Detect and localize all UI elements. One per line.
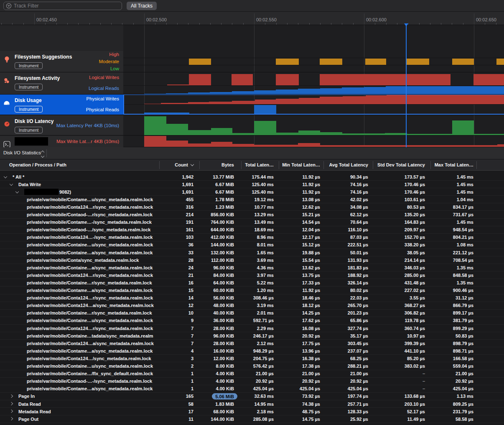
track-process-track[interactable]: Process19082Max Write Lat…r 4KB (10ms)Ma… — [0, 136, 123, 147]
track-graph-filesystem-activity[interactable] — [123, 72, 504, 95]
table-row[interactable]: private/var/mobile/Contame…a/sync_metada… — [0, 287, 504, 294]
column-header-max-total-laten-[interactable]: Max Total Laten… — [435, 162, 473, 167]
table-row[interactable]: private/var/mobile/Contaod-…r/sync_metad… — [0, 211, 504, 219]
data-bar — [320, 132, 342, 136]
table-row[interactable]: private/var/mobile/Containe…a/sync_metad… — [0, 249, 504, 256]
table-row[interactable]: private/var/mobile/Containe…r/sync_metad… — [0, 279, 504, 287]
ruler-gridline — [474, 13, 474, 25]
table-row[interactable]: private/var/mobile/Containe…r/sync_metad… — [0, 310, 504, 317]
row-label: Data Write — [18, 182, 41, 187]
column-header-operation-process-path[interactable]: Operation / Process / Path — [9, 162, 66, 167]
column-header-total-laten-[interactable]: Total Laten… — [245, 162, 274, 167]
column-header-count[interactable]: Count — [175, 162, 193, 167]
table-row[interactable]: * All *1,94213.77 MiB175.44 ms11.92 µs90… — [0, 173, 504, 181]
track-disk-usage[interactable]: Disk UsageInstrumentPhysical WritesPhysi… — [0, 95, 123, 115]
cell-bytes: 412.00 KiB — [211, 235, 234, 240]
table-row[interactable]: private/var/mobile/Containe…a/sync_metad… — [0, 264, 504, 271]
table-row[interactable]: private/var/mobile/Containe…u/sync_metad… — [0, 317, 504, 325]
table-row[interactable]: private/var/mobile/Conta124…/sync_metada… — [0, 355, 504, 362]
ruler-tick — [386, 23, 387, 25]
table-row[interactable]: private/var/mobile/Contaod-…/sync_metada… — [0, 226, 504, 234]
time-ruler[interactable]: 00:02.45000:02.50000:02.55000:02.60000:0… — [0, 12, 504, 25]
table-row[interactable]: private/var/mobile/Conta124…r/sync_metad… — [0, 325, 504, 332]
table-row[interactable]: private/var/mobile/Contaod-…-/sync_metad… — [0, 378, 504, 385]
table-row[interactable]: private/var/mobile/Contame…a/sync_metada… — [0, 347, 504, 355]
table-row[interactable]: private/var/mobile/Containe…/flx_sync_de… — [0, 370, 504, 378]
table-row[interactable]: private/var/mobile/Conta124…a/sync_metad… — [0, 340, 504, 347]
table-row[interactable]: private/var/mobile/Contame…-/sync_metada… — [0, 219, 504, 226]
disclosure-closed-icon[interactable] — [10, 402, 13, 405]
cell-std-dev-total-latency: – — [423, 371, 425, 376]
table-row[interactable]: private/var/mobile/Conta/sync_metadata.r… — [0, 256, 504, 264]
table-row[interactable]: private/var/mobile/Conta124…a/sync_metad… — [0, 302, 504, 310]
data-bar — [299, 98, 320, 104]
table-row[interactable]: private/var/mobile/Conta124…r/sync_metad… — [0, 203, 504, 211]
cell-max-total-latency: 1.45 ms — [457, 189, 473, 195]
table-row[interactable]: 9082)1,6916.67 MiB125.40 ms11.92 µs74.16… — [0, 188, 504, 196]
column-header-std-dev-total-latency[interactable]: Std Dev Total Latency — [377, 162, 425, 167]
track-graph-filesystem-suggestions[interactable] — [123, 51, 504, 72]
cell-std-dev-total-latency: 209.97 µs — [405, 227, 425, 232]
track-filter-input[interactable] — [3, 2, 122, 10]
track-filesystem-activity[interactable]: Filesystem ActivityInstrumentLogical Wri… — [0, 72, 123, 95]
cell-count: 455 — [186, 197, 193, 202]
data-bar — [161, 103, 188, 104]
track-graph-process-track[interactable] — [123, 136, 504, 147]
redacted-process-name — [24, 189, 59, 195]
table-row[interactable]: Data Read581.83 MiB14.95 ms74.38 µs257.7… — [0, 400, 504, 408]
data-bar — [496, 59, 504, 65]
table-row[interactable]: Page In1655.06 MiB32.63 ms73.92 µs197.74… — [0, 393, 504, 400]
data-bar — [276, 133, 298, 136]
row-label: Data Read — [18, 402, 41, 407]
table-row[interactable]: private/var/mobile/Conta124…r/sync_metad… — [0, 271, 504, 279]
cell-avg-total-latency: 34.08 µs — [350, 205, 368, 210]
track-filesystem-suggestions[interactable]: Filesystem SuggestionsInstrumentHighMode… — [0, 51, 123, 72]
table-row[interactable]: Metadata Read1768.00 KiB2.18 ms48.75 µs1… — [0, 408, 504, 415]
cell-max-total-latency: 21.00 µs — [456, 371, 473, 376]
row-label: private/var/mobile/Containe…tadata/sync_… — [27, 333, 153, 338]
table-row[interactable]: private/var/mobile/Contame…a/sync_metada… — [0, 385, 504, 393]
cell-max-total-latency: 899.29 µs — [453, 326, 473, 331]
column-header-bytes[interactable]: Bytes — [221, 162, 234, 167]
table-row[interactable]: private/var/mobile/Containe…u/sync_metad… — [0, 241, 504, 249]
table-row[interactable]: private/var/mobile/Containe…tadata/sync_… — [0, 332, 504, 340]
cell-avg-total-latency: 74.16 µs — [350, 182, 368, 187]
track-graph-disk-usage[interactable] — [123, 95, 504, 115]
disclosure-closed-icon[interactable] — [10, 417, 13, 420]
track-kind-badge: Instrument — [15, 106, 43, 113]
table-row[interactable]: Data Write1,6916.67 MiB125.40 ms11.92 µs… — [0, 181, 504, 188]
disclosure-open-icon[interactable] — [10, 182, 13, 186]
cell-total-latency: 13.49 ms — [255, 220, 274, 225]
table-row[interactable]: private/var/mobile/Conta124…-/sync_metad… — [0, 234, 504, 241]
cell-max-total-latency: 898.71 µs — [453, 348, 473, 353]
data-bar — [276, 74, 299, 85]
column-header-min-total-laten-[interactable]: Min Total Laten… — [282, 162, 320, 167]
cell-min-total-latency: 14.54 µs — [302, 220, 320, 225]
data-bar — [497, 144, 504, 147]
ruler-tick — [276, 23, 277, 25]
statistics-selector[interactable]: Disk I/O Statistics — [3, 150, 41, 155]
data-bar — [298, 143, 320, 147]
data-bar — [232, 101, 255, 104]
cell-total-latency: 4.36 ms — [257, 265, 274, 270]
table-row[interactable]: private/var/mobile/Containe…u/sync_metad… — [0, 363, 504, 370]
track-disk-io-latency[interactable]: Disk I/O LatencyInstrumentMax Latency Pe… — [0, 115, 123, 136]
disclosure-closed-icon[interactable] — [10, 410, 13, 413]
all-tracks-button[interactable]: All Tracks — [127, 2, 157, 10]
disclosure-open-icon[interactable] — [4, 175, 7, 178]
disclosure-open-icon[interactable] — [15, 190, 19, 193]
playhead[interactable] — [406, 23, 407, 147]
column-header-avg-total-latency[interactable]: Avg Total Latency — [329, 162, 368, 167]
cell-max-total-latency: 1.13 ms — [457, 394, 473, 399]
disclosure-closed-icon[interactable] — [10, 394, 13, 398]
cell-bytes: 4.00 KiB — [216, 386, 234, 391]
table-row[interactable]: Page Out11144.00 KiB285.08 µs14.75 µs25.… — [0, 415, 504, 423]
cell-avg-total-latency: 128.33 µs — [348, 409, 368, 414]
track-graph-disk-io-latency[interactable] — [123, 115, 504, 136]
lane-label: High — [109, 52, 119, 57]
cell-std-dev-total-latency: – — [423, 379, 425, 384]
table-row[interactable]: private/var/mobile/Conta124…r/sync_metad… — [0, 294, 504, 302]
table-row[interactable]: private/var/mobile/Contame…u/sync_metada… — [0, 196, 504, 203]
data-bar — [254, 145, 298, 147]
cell-total-latency: 125.40 ms — [252, 189, 274, 195]
